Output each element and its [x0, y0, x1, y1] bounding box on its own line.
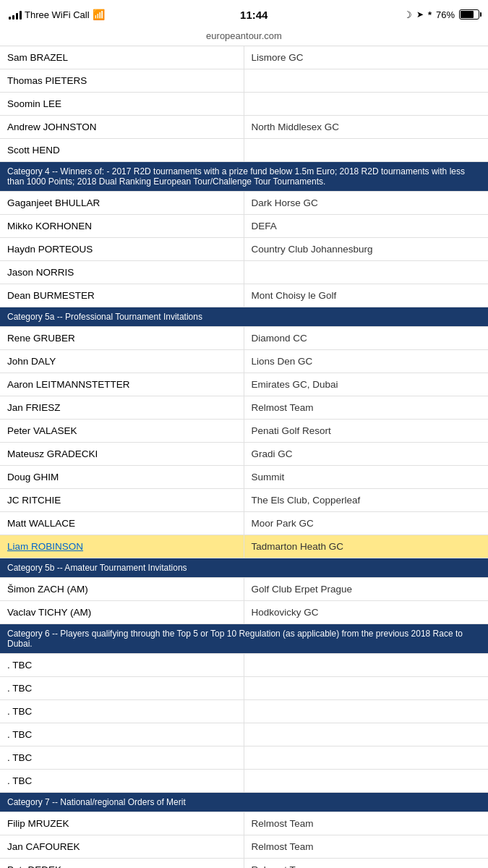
status-bar: Three WiFi Call 📶 11:44 ☽ ➤ * 76% — [0, 0, 488, 27]
moon-icon: ☽ — [403, 9, 412, 20]
player-name: Doug GHIM — [0, 466, 244, 488]
table-row: Mikko KORHONENDEFA — [0, 215, 488, 238]
table-row: Jan CAFOUREKRelmost Team — [0, 835, 488, 859]
table-row: Andrew JOHNSTONNorth Middlesex GC — [0, 116, 488, 139]
table-row: . TBC — [0, 770, 488, 793]
player-name: John DALY — [0, 350, 244, 373]
player-name: . TBC — [0, 700, 244, 723]
club-name — [244, 139, 489, 161]
club-name: Tadmarton Heath GC — [244, 535, 489, 558]
club-name: Lions Den GC — [244, 350, 489, 373]
player-name: Filip MRUZEK — [0, 812, 244, 835]
club-name: DEFA — [244, 215, 489, 237]
player-name: JC RITCHIE — [0, 489, 244, 511]
signal-icon — [9, 9, 22, 20]
player-name: . TBC — [0, 654, 244, 676]
table-row: Jan FRIESZRelmost Team — [0, 396, 488, 420]
status-left: Three WiFi Call 📶 — [9, 9, 105, 20]
table-row: Peter VALASEKPenati Golf Resort — [0, 420, 488, 443]
club-name: Mont Choisy le Golf — [244, 284, 489, 307]
table-row: . TBC — [0, 746, 488, 770]
url-text: europeantour.com — [206, 30, 282, 41]
club-name: Lismore GC — [244, 46, 489, 69]
club-name — [244, 770, 489, 792]
table-row: Vaclav TICHY (AM)Hodkovicky GC — [0, 601, 488, 624]
table-row: . TBC — [0, 723, 488, 746]
player-name: . TBC — [0, 746, 244, 769]
battery-icon — [459, 9, 479, 20]
table-row: Scott HEND — [0, 139, 488, 162]
club-name: North Middlesex GC — [244, 116, 489, 138]
club-name: Gradi GC — [244, 443, 489, 465]
table-row: Matt WALLACEMoor Park GC — [0, 512, 488, 535]
table-row: Dean BURMESTERMont Choisy le Golf — [0, 284, 488, 307]
table-row: Jason NORRIS — [0, 261, 488, 284]
club-name: Hodkovicky GC — [244, 601, 489, 624]
player-name: Peter VALASEK — [0, 420, 244, 442]
player-name: Dean BURMESTER — [0, 284, 244, 307]
table-row: . TBC — [0, 700, 488, 723]
club-name: Moor Park GC — [244, 512, 489, 535]
table-row: Rene GRUBERDiamond CC — [0, 327, 488, 350]
table-row: Haydn PORTEOUSCountry Club Johannesburg — [0, 238, 488, 261]
player-name: Aaron LEITMANNSTETTER — [0, 373, 244, 396]
table-row: Šimon ZACH (AM)Golf Club Erpet Prague — [0, 578, 488, 601]
table-row: Thomas PIETERS — [0, 69, 488, 93]
club-name — [244, 654, 489, 676]
player-name: Mateusz GRADECKI — [0, 443, 244, 465]
player-name: Thomas PIETERS — [0, 69, 244, 92]
location-icon: ➤ — [416, 9, 424, 20]
club-name: The Els Club, Copperleaf — [244, 489, 489, 511]
table-row: Soomin LEE — [0, 93, 488, 116]
club-name — [244, 677, 489, 699]
club-name: Relmost Team — [244, 812, 489, 835]
category-header: Category 6 -- Players qualifying through… — [0, 624, 488, 654]
table-row: . TBC — [0, 677, 488, 700]
table-row: Mateusz GRADECKIGradi GC — [0, 443, 488, 466]
table-row: Doug GHIMSummit — [0, 466, 488, 489]
player-name: Soomin LEE — [0, 93, 244, 115]
table-row: . TBC — [0, 654, 488, 677]
bluetooth-icon: * — [428, 9, 432, 20]
player-name: Jan FRIESZ — [0, 396, 244, 419]
player-name: . TBC — [0, 770, 244, 792]
club-name: Country Club Johannesburg — [244, 238, 489, 260]
player-name: Haydn PORTEOUS — [0, 238, 244, 260]
table-row: Petr DEDEKRelmost Team — [0, 859, 488, 868]
player-name: Vaclav TICHY (AM) — [0, 601, 244, 624]
time-display: 11:44 — [240, 9, 267, 21]
player-name: Mikko KORHONEN — [0, 215, 244, 237]
battery-percent: 76% — [436, 9, 455, 20]
table-row: John DALYLions Den GC — [0, 350, 488, 373]
club-name: Relmost Team — [244, 396, 489, 419]
player-name: Jason NORRIS — [0, 261, 244, 284]
carrier-label: Three WiFi Call — [25, 9, 90, 20]
club-name: Diamond CC — [244, 327, 489, 349]
club-name — [244, 723, 489, 746]
player-name: . TBC — [0, 723, 244, 746]
player-name: Gaganjeet BHULLAR — [0, 192, 244, 214]
club-name — [244, 746, 489, 769]
table-row: JC RITCHIEThe Els Club, Copperleaf — [0, 489, 488, 512]
player-name: Petr DEDEK — [0, 859, 244, 868]
url-bar[interactable]: europeantour.com — [0, 27, 488, 46]
wifi-icon: 📶 — [93, 9, 105, 20]
table-row: Filip MRUZEKRelmost Team — [0, 812, 488, 835]
player-name: Andrew JOHNSTON — [0, 116, 244, 138]
table-row: Sam BRAZELLismore GC — [0, 46, 488, 69]
table-row: Liam ROBINSONTadmarton Heath GC — [0, 535, 488, 558]
club-name: Golf Club Erpet Prague — [244, 578, 489, 600]
player-name: Scott HEND — [0, 139, 244, 161]
player-name: . TBC — [0, 677, 244, 699]
category-header: Category 7 -- National/regional Orders o… — [0, 793, 488, 812]
player-name: Sam BRAZEL — [0, 46, 244, 69]
player-name: Rene GRUBER — [0, 327, 244, 349]
players-table: Sam BRAZELLismore GCThomas PIETERSSoomin… — [0, 46, 488, 868]
player-name[interactable]: Liam ROBINSON — [0, 535, 244, 558]
club-name: Relmost Team — [244, 835, 489, 858]
table-row: Gaganjeet BHULLARDark Horse GC — [0, 192, 488, 215]
club-name: Summit — [244, 466, 489, 488]
player-name: Jan CAFOUREK — [0, 835, 244, 858]
club-name: Relmost Team — [244, 859, 489, 868]
club-name: Dark Horse GC — [244, 192, 489, 214]
